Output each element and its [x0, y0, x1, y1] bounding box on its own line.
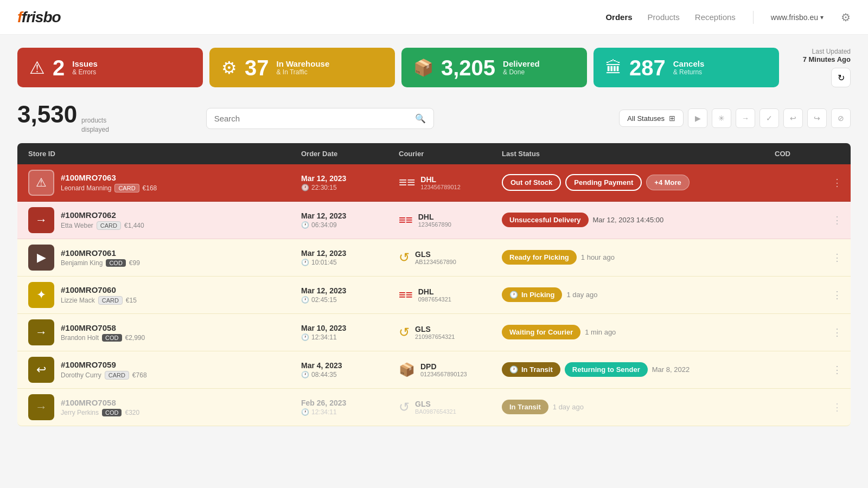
customer-name: Lizzie Mack	[61, 297, 95, 304]
cancels-icon: 🏛	[605, 59, 622, 77]
amount: €2,990	[125, 334, 145, 342]
settings-icon[interactable]: ⚙	[841, 11, 851, 24]
refresh-button[interactable]: ↻	[831, 68, 851, 87]
row-menu-dots[interactable]: ⋮	[832, 364, 842, 376]
row-menu-dots[interactable]: ⋮	[832, 326, 842, 338]
payment-badge: CARD	[105, 371, 129, 380]
col-cod: COD	[775, 150, 840, 158]
dhl-courier-icon: ≡≡	[399, 288, 413, 302]
stat-card-warehouse[interactable]: ⚙ 37 In Warehouse & In Traffic	[209, 48, 395, 87]
date-cell: Feb 26, 2023 🕐12:34:11	[301, 399, 399, 416]
dhl-courier-icon: ≡≡	[399, 174, 415, 191]
nav-receptions[interactable]: Receptions	[695, 12, 736, 22]
status-badge-unsuccessful[interactable]: Unsuccesful Delivery	[502, 213, 589, 227]
dhl-courier-icon: ≡≡	[399, 213, 413, 227]
status-badge-in-picking[interactable]: 🕐In Picking	[502, 287, 562, 302]
payment-badge: COD	[102, 334, 122, 342]
courier-cell: ≡≡ DHL 1234567890	[399, 213, 502, 228]
amount: €15	[126, 297, 137, 304]
nav-domain[interactable]: www.frisbo.eu ▾	[771, 13, 824, 22]
status-badge-in-transit-2[interactable]: In Transit	[502, 400, 548, 414]
row-menu-dots[interactable]: ⋮	[832, 401, 842, 413]
spinner-icon-btn[interactable]: ✳	[712, 108, 731, 128]
stat-card-cancels[interactable]: 🏛 287 Cancels & Returns	[593, 48, 779, 87]
logo[interactable]: ffrisbo	[17, 9, 61, 26]
table-row[interactable]: → #100MRO7058 Jerry Perkins COD €320 Feb…	[17, 389, 851, 426]
table-row[interactable]: → #100MRO7062 Etta Weber CARD €1,440 Mar…	[17, 202, 851, 239]
stat-card-delivered[interactable]: 📦 3,205 Delivered & Done	[401, 48, 587, 87]
payment-badge: COD	[102, 409, 122, 416]
dpd-courier-icon: 📦	[399, 362, 415, 377]
delivered-labels: Delivered & Done	[503, 59, 540, 76]
customer-name: Benjamin King	[61, 259, 103, 267]
play-icon-btn[interactable]: ▶	[688, 108, 707, 128]
status-cell: 🕐In Transit Returning to Sender Mar 8, 2…	[502, 362, 775, 377]
issues-icon: ⚠	[29, 57, 45, 78]
cancels-labels: Cancels & Returns	[673, 59, 705, 76]
row-icon: ⚠	[28, 170, 54, 196]
row-menu-dots[interactable]: ⋮	[832, 214, 842, 226]
check-icon-btn[interactable]: ✓	[760, 108, 779, 128]
order-cell: → #100MRO7058 Brandon Holt COD €2,990	[28, 319, 301, 345]
courier-cell: ↺ GLS AB1234567890	[399, 250, 502, 265]
amount: €1,440	[124, 222, 144, 229]
redo-icon-btn[interactable]: ↪	[807, 108, 827, 128]
stat-cards: ⚠ 2 Issues & Errors ⚙ 37 In Warehouse & …	[0, 35, 868, 96]
table-row[interactable]: ▶ #100MRO7061 Benjamin King COD €99 Mar …	[17, 239, 851, 277]
table-row[interactable]: ✦ #100MRO7060 Lizzie Mack CARD €15 Mar 1…	[17, 277, 851, 314]
clock-icon-btn[interactable]: ⊘	[831, 108, 851, 128]
stat-card-issues[interactable]: ⚠ 2 Issues & Errors	[17, 48, 203, 87]
warehouse-icon: ⚙	[221, 57, 237, 78]
search-icon: 🔍	[415, 113, 426, 124]
date-cell: Mar 12, 2023 🕐02:45:15	[301, 286, 399, 304]
row-icon: ✦	[28, 282, 54, 308]
order-cell: → #100MRO7058 Jerry Perkins COD €320	[28, 394, 301, 420]
customer-name: Brandon Holt	[61, 334, 99, 342]
table-row[interactable]: ⚠ #100MRO7063 Leonard Manning CARD €168 …	[17, 164, 851, 202]
status-badge-waiting[interactable]: Waiting for Courier	[502, 325, 580, 339]
order-cell: ✦ #100MRO7060 Lizzie Mack CARD €15	[28, 282, 301, 308]
all-statuses-filter[interactable]: All Statuses ⊞	[619, 110, 684, 127]
status-badge-ready[interactable]: Ready for Picking	[502, 250, 577, 265]
col-order-date: Order Date	[301, 150, 399, 158]
status-badge-returning[interactable]: Returning to Sender	[565, 362, 648, 377]
status-badge-pending-payment[interactable]: Pending Payment	[565, 174, 642, 191]
search-wrapper: 🔍	[206, 108, 434, 129]
payment-badge: CARD	[97, 221, 121, 230]
order-cell: ▶ #100MRO7061 Benjamin King COD €99	[28, 245, 301, 271]
courier-cell: ↺ GLS BA0987654321	[399, 400, 502, 415]
customer-name: Leonard Manning	[61, 184, 111, 192]
table-row[interactable]: → #100MRO7058 Brandon Holt COD €2,990 Ma…	[17, 314, 851, 351]
search-input[interactable]	[214, 114, 411, 123]
chevron-down-icon: ▾	[820, 14, 824, 21]
row-menu-dots[interactable]: ⋮	[832, 252, 842, 264]
order-id: #100MRO7061	[61, 248, 140, 258]
order-id: #100MRO7060	[61, 285, 137, 294]
delivered-icon: 📦	[413, 58, 433, 77]
customer-name: Dorothy Curry	[61, 371, 101, 379]
undo-icon-btn[interactable]: ↩	[783, 108, 803, 128]
row-icon: →	[28, 207, 54, 233]
action-group: All Statuses ⊞ ▶ ✳ → ✓ ↩ ↪ ⊘	[619, 108, 851, 128]
row-menu-dots[interactable]: ⋮	[832, 177, 842, 189]
amount: €99	[129, 259, 140, 267]
issues-labels: Issues & Errors	[72, 59, 98, 76]
status-badge-out-of-stock[interactable]: Out of Stock	[502, 174, 561, 191]
nav-products[interactable]: Products	[648, 12, 680, 22]
more-badge[interactable]: +4 More	[646, 175, 690, 190]
status-cell: In Transit 1 day ago	[502, 400, 775, 414]
table-row[interactable]: ↩ #100MRO7059 Dorothy Curry CARD €768 Ma…	[17, 351, 851, 389]
gls-courier-icon: ↺	[399, 400, 410, 415]
nav-orders[interactable]: Orders	[605, 12, 632, 22]
status-badge-in-transit[interactable]: 🕐In Transit	[502, 362, 560, 377]
arrow-right-icon-btn[interactable]: →	[736, 108, 755, 128]
nav-divider	[753, 11, 754, 24]
row-icon: ↩	[28, 357, 54, 383]
order-id: #100MRO7062	[61, 210, 144, 220]
row-menu-dots[interactable]: ⋮	[832, 289, 842, 301]
order-cell: ⚠ #100MRO7063 Leonard Manning CARD €168	[28, 170, 301, 196]
product-count: 3,530	[17, 102, 77, 126]
gls-courier-icon: ↺	[399, 250, 410, 265]
issues-number: 2	[53, 57, 65, 79]
table-header: Store ID Order Date Courier Last Status …	[17, 143, 851, 164]
